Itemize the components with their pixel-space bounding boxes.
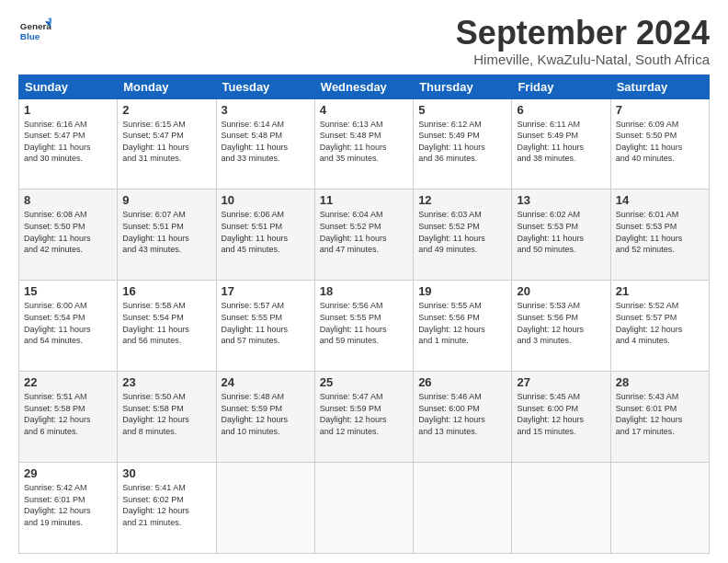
table-cell: 13Sunrise: 6:02 AM Sunset: 5:53 PM Dayli… <box>512 190 610 281</box>
week-row-2: 8Sunrise: 6:08 AM Sunset: 5:50 PM Daylig… <box>19 190 710 281</box>
table-cell <box>414 463 512 554</box>
table-cell: 4Sunrise: 6:13 AM Sunset: 5:48 PM Daylig… <box>314 98 413 190</box>
day-info: Sunrise: 5:50 AM Sunset: 5:58 PM Dayligh… <box>122 391 210 437</box>
day-number: 27 <box>517 375 605 389</box>
day-number: 12 <box>418 193 506 207</box>
day-number: 26 <box>418 375 506 389</box>
day-info: Sunrise: 6:08 AM Sunset: 5:50 PM Dayligh… <box>24 209 112 255</box>
header-sunday: Sunday <box>19 75 118 98</box>
table-cell: 26Sunrise: 5:46 AM Sunset: 6:00 PM Dayli… <box>414 372 512 463</box>
day-info: Sunrise: 5:41 AM Sunset: 6:02 PM Dayligh… <box>122 482 210 528</box>
day-info: Sunrise: 5:55 AM Sunset: 5:56 PM Dayligh… <box>418 300 506 346</box>
header-friday: Friday <box>512 75 610 98</box>
day-info: Sunrise: 6:15 AM Sunset: 5:47 PM Dayligh… <box>122 119 210 165</box>
table-cell: 23Sunrise: 5:50 AM Sunset: 5:58 PM Dayli… <box>118 372 216 463</box>
table-cell: 1Sunrise: 6:16 AM Sunset: 5:47 PM Daylig… <box>19 98 118 190</box>
table-cell: 12Sunrise: 6:03 AM Sunset: 5:52 PM Dayli… <box>414 190 512 281</box>
general-blue-logo-icon: General Blue <box>18 15 51 48</box>
table-cell <box>314 463 413 554</box>
day-number: 25 <box>320 375 408 389</box>
weekday-header-row: Sunday Monday Tuesday Wednesday Thursday… <box>19 75 710 98</box>
day-number: 19 <box>418 284 506 298</box>
table-cell: 17Sunrise: 5:57 AM Sunset: 5:55 PM Dayli… <box>216 281 314 372</box>
day-number: 21 <box>616 284 704 298</box>
table-cell: 7Sunrise: 6:09 AM Sunset: 5:50 PM Daylig… <box>610 98 709 190</box>
header-wednesday: Wednesday <box>314 75 413 98</box>
svg-text:Blue: Blue <box>20 31 40 41</box>
calendar-title: September 2024 <box>456 15 710 52</box>
day-info: Sunrise: 6:04 AM Sunset: 5:52 PM Dayligh… <box>320 209 408 255</box>
table-cell: 2Sunrise: 6:15 AM Sunset: 5:47 PM Daylig… <box>118 98 216 190</box>
calendar-subtitle: Himeville, KwaZulu-Natal, South Africa <box>456 52 710 67</box>
table-cell: 18Sunrise: 5:56 AM Sunset: 5:55 PM Dayli… <box>314 281 413 372</box>
day-info: Sunrise: 5:58 AM Sunset: 5:54 PM Dayligh… <box>122 300 210 346</box>
day-number: 6 <box>517 103 605 117</box>
day-info: Sunrise: 6:11 AM Sunset: 5:49 PM Dayligh… <box>517 119 605 165</box>
day-info: Sunrise: 6:16 AM Sunset: 5:47 PM Dayligh… <box>24 119 112 165</box>
day-info: Sunrise: 5:42 AM Sunset: 6:01 PM Dayligh… <box>24 482 112 528</box>
page: General Blue September 2024 Himeville, K… <box>0 0 728 563</box>
week-row-1: 1Sunrise: 6:16 AM Sunset: 5:47 PM Daylig… <box>19 98 710 190</box>
day-number: 3 <box>222 103 310 117</box>
day-info: Sunrise: 6:13 AM Sunset: 5:48 PM Dayligh… <box>320 119 408 165</box>
day-info: Sunrise: 6:06 AM Sunset: 5:51 PM Dayligh… <box>222 209 310 255</box>
day-info: Sunrise: 5:43 AM Sunset: 6:01 PM Dayligh… <box>616 391 704 437</box>
table-cell: 19Sunrise: 5:55 AM Sunset: 5:56 PM Dayli… <box>414 281 512 372</box>
day-number: 24 <box>222 375 310 389</box>
day-info: Sunrise: 6:14 AM Sunset: 5:48 PM Dayligh… <box>222 119 310 165</box>
week-row-3: 15Sunrise: 6:00 AM Sunset: 5:54 PM Dayli… <box>19 281 710 372</box>
day-number: 1 <box>24 103 112 117</box>
header-tuesday: Tuesday <box>216 75 314 98</box>
day-info: Sunrise: 6:03 AM Sunset: 5:52 PM Dayligh… <box>418 209 506 255</box>
day-number: 4 <box>320 103 408 117</box>
header-monday: Monday <box>118 75 216 98</box>
table-cell: 6Sunrise: 6:11 AM Sunset: 5:49 PM Daylig… <box>512 98 610 190</box>
table-cell: 9Sunrise: 6:07 AM Sunset: 5:51 PM Daylig… <box>118 190 216 281</box>
table-cell: 5Sunrise: 6:12 AM Sunset: 5:49 PM Daylig… <box>414 98 512 190</box>
day-number: 16 <box>122 284 210 298</box>
day-info: Sunrise: 5:51 AM Sunset: 5:58 PM Dayligh… <box>24 391 112 437</box>
table-cell: 25Sunrise: 5:47 AM Sunset: 5:59 PM Dayli… <box>314 372 413 463</box>
table-cell: 10Sunrise: 6:06 AM Sunset: 5:51 PM Dayli… <box>216 190 314 281</box>
table-cell: 28Sunrise: 5:43 AM Sunset: 6:01 PM Dayli… <box>610 372 709 463</box>
calendar-table: Sunday Monday Tuesday Wednesday Thursday… <box>18 75 710 554</box>
table-cell: 15Sunrise: 6:00 AM Sunset: 5:54 PM Dayli… <box>19 281 118 372</box>
day-number: 2 <box>122 103 210 117</box>
header: General Blue September 2024 Himeville, K… <box>18 15 710 67</box>
table-cell: 20Sunrise: 5:53 AM Sunset: 5:56 PM Dayli… <box>512 281 610 372</box>
header-saturday: Saturday <box>610 75 709 98</box>
week-row-4: 22Sunrise: 5:51 AM Sunset: 5:58 PM Dayli… <box>19 372 710 463</box>
table-cell: 22Sunrise: 5:51 AM Sunset: 5:58 PM Dayli… <box>19 372 118 463</box>
day-info: Sunrise: 5:53 AM Sunset: 5:56 PM Dayligh… <box>517 300 605 346</box>
logo: General Blue <box>18 15 51 48</box>
table-cell: 8Sunrise: 6:08 AM Sunset: 5:50 PM Daylig… <box>19 190 118 281</box>
day-number: 17 <box>222 284 310 298</box>
table-cell: 24Sunrise: 5:48 AM Sunset: 5:59 PM Dayli… <box>216 372 314 463</box>
table-cell: 29Sunrise: 5:42 AM Sunset: 6:01 PM Dayli… <box>19 463 118 554</box>
day-info: Sunrise: 5:57 AM Sunset: 5:55 PM Dayligh… <box>222 300 310 346</box>
day-info: Sunrise: 5:52 AM Sunset: 5:57 PM Dayligh… <box>616 300 704 346</box>
day-number: 11 <box>320 193 408 207</box>
day-info: Sunrise: 6:02 AM Sunset: 5:53 PM Dayligh… <box>517 209 605 255</box>
table-cell <box>512 463 610 554</box>
day-info: Sunrise: 5:45 AM Sunset: 6:00 PM Dayligh… <box>517 391 605 437</box>
day-info: Sunrise: 6:00 AM Sunset: 5:54 PM Dayligh… <box>24 300 112 346</box>
day-number: 7 <box>616 103 704 117</box>
day-number: 5 <box>418 103 506 117</box>
day-info: Sunrise: 5:56 AM Sunset: 5:55 PM Dayligh… <box>320 300 408 346</box>
day-number: 13 <box>517 193 605 207</box>
day-info: Sunrise: 6:07 AM Sunset: 5:51 PM Dayligh… <box>122 209 210 255</box>
table-cell: 14Sunrise: 6:01 AM Sunset: 5:53 PM Dayli… <box>610 190 709 281</box>
day-number: 9 <box>122 193 210 207</box>
day-number: 23 <box>122 375 210 389</box>
day-number: 29 <box>24 466 112 480</box>
day-number: 30 <box>122 466 210 480</box>
day-number: 14 <box>616 193 704 207</box>
day-number: 28 <box>616 375 704 389</box>
day-info: Sunrise: 6:09 AM Sunset: 5:50 PM Dayligh… <box>616 119 704 165</box>
day-number: 15 <box>24 284 112 298</box>
title-block: September 2024 Himeville, KwaZulu-Natal,… <box>456 15 710 67</box>
day-info: Sunrise: 5:47 AM Sunset: 5:59 PM Dayligh… <box>320 391 408 437</box>
table-cell: 3Sunrise: 6:14 AM Sunset: 5:48 PM Daylig… <box>216 98 314 190</box>
table-cell: 11Sunrise: 6:04 AM Sunset: 5:52 PM Dayli… <box>314 190 413 281</box>
